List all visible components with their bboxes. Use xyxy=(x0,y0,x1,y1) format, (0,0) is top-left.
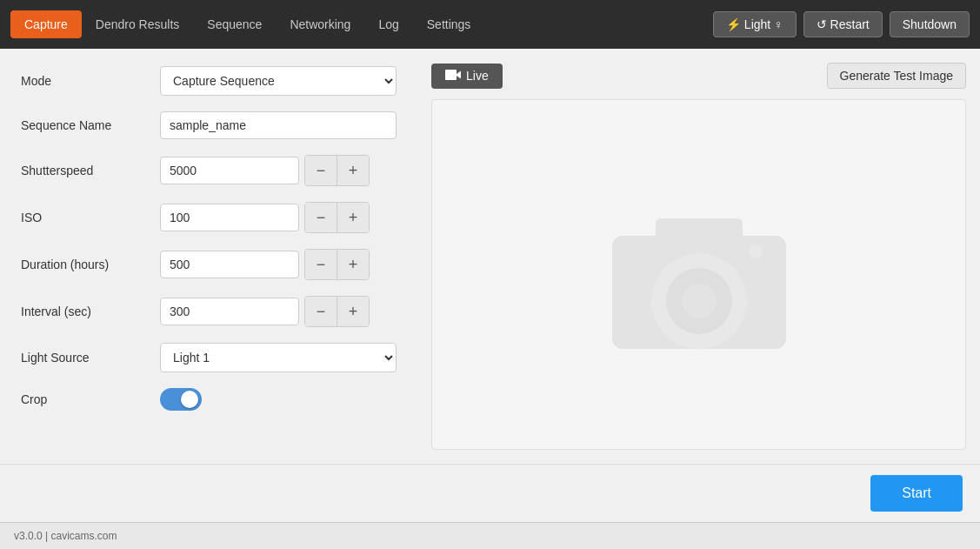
start-button[interactable]: Start xyxy=(870,475,963,512)
tab-dendro-results[interactable]: Dendro Results xyxy=(82,10,194,38)
svg-point-4 xyxy=(682,284,717,318)
shutterspeed-input[interactable] xyxy=(160,157,299,184)
duration-stepper: − + xyxy=(304,249,370,280)
shutterspeed-row: Shutterspeed − + xyxy=(21,155,397,186)
svg-rect-1 xyxy=(656,218,743,244)
mode-row: Mode Capture Sequence Single Capture Pre… xyxy=(21,66,397,96)
shutterspeed-control: − + xyxy=(160,155,397,186)
iso-row: ISO − + xyxy=(21,202,397,233)
light-icon: ⚡ xyxy=(726,17,741,31)
camera-placeholder-icon xyxy=(595,192,803,358)
navbar: Capture Dendro Results Sequence Networki… xyxy=(0,0,980,49)
duration-row: Duration (hours) − + xyxy=(21,249,397,280)
duration-input[interactable] xyxy=(160,251,299,278)
light-source-row: Light Source Light 1 Light 2 None xyxy=(21,343,397,372)
interval-input[interactable] xyxy=(160,298,299,325)
iso-control: − + xyxy=(160,202,397,233)
interval-decrement[interactable]: − xyxy=(305,297,337,326)
interval-control: − + xyxy=(160,296,397,327)
camera-icon xyxy=(445,69,461,84)
crop-slider xyxy=(160,388,202,411)
sequence-name-label: Sequence Name xyxy=(21,118,160,132)
iso-decrement[interactable]: − xyxy=(305,203,337,232)
nav-right-controls: ⚡ Light ♀ ↺ Restart Shutdown xyxy=(713,11,970,37)
tab-sequence[interactable]: Sequence xyxy=(193,10,276,38)
right-panel: Live Generate Test Image xyxy=(417,49,980,464)
crop-toggle[interactable] xyxy=(160,388,202,411)
duration-label: Duration (hours) xyxy=(21,258,160,271)
light-source-select[interactable]: Light 1 Light 2 None xyxy=(160,343,397,372)
iso-label: ISO xyxy=(21,211,160,224)
main-content: Mode Capture Sequence Single Capture Pre… xyxy=(0,49,980,464)
svg-point-5 xyxy=(749,244,763,258)
crop-row: Crop xyxy=(21,388,397,411)
camera-placeholder xyxy=(595,192,803,358)
interval-label: Interval (sec) xyxy=(21,305,160,318)
tab-capture[interactable]: Capture xyxy=(10,10,82,38)
iso-increment[interactable]: + xyxy=(337,203,369,232)
bottom-bar: Start xyxy=(0,464,980,522)
footer: v3.0.0 | cavicams.com xyxy=(0,522,980,549)
sequence-name-input[interactable] xyxy=(160,111,397,139)
generate-test-image-button[interactable]: Generate Test Image xyxy=(827,63,966,89)
interval-row: Interval (sec) − + xyxy=(21,296,397,327)
light-source-label: Light Source xyxy=(21,351,160,365)
shutdown-button[interactable]: Shutdown xyxy=(890,11,970,37)
crop-label: Crop xyxy=(21,392,160,406)
sequence-name-row: Sequence Name xyxy=(21,111,397,139)
interval-increment[interactable]: + xyxy=(337,297,369,326)
restart-button[interactable]: ↺ Restart xyxy=(803,11,883,37)
live-label: Live xyxy=(466,69,489,83)
version-text: v3.0.0 | cavicams.com xyxy=(14,530,117,542)
tab-log[interactable]: Log xyxy=(364,10,412,38)
duration-control: − + xyxy=(160,249,397,280)
restart-icon: ↺ xyxy=(817,17,827,31)
iso-input[interactable] xyxy=(160,204,299,231)
duration-increment[interactable]: + xyxy=(337,250,369,279)
interval-stepper: − + xyxy=(304,296,370,327)
mode-label: Mode xyxy=(21,74,160,88)
mode-select[interactable]: Capture Sequence Single Capture Preview xyxy=(160,66,397,96)
shutterspeed-label: Shutterspeed xyxy=(21,164,160,177)
camera-preview-area xyxy=(431,99,966,450)
iso-stepper: − + xyxy=(304,202,370,233)
camera-toolbar: Live Generate Test Image xyxy=(431,63,966,89)
shutterspeed-increment[interactable]: + xyxy=(337,156,369,185)
live-button[interactable]: Live xyxy=(431,64,503,89)
tab-networking[interactable]: Networking xyxy=(276,10,364,38)
shutterspeed-stepper: − + xyxy=(304,155,370,186)
light-button[interactable]: ⚡ Light ♀ xyxy=(713,11,797,37)
left-panel: Mode Capture Sequence Single Capture Pre… xyxy=(0,49,417,464)
shutterspeed-decrement[interactable]: − xyxy=(305,156,337,185)
duration-decrement[interactable]: − xyxy=(305,250,337,279)
tab-settings[interactable]: Settings xyxy=(413,10,485,38)
